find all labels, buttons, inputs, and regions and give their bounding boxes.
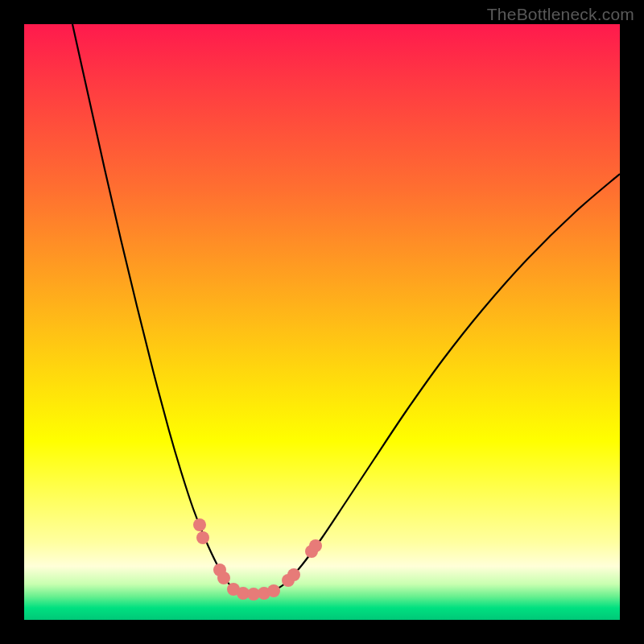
valley-marker xyxy=(287,568,300,581)
valley-marker xyxy=(196,531,209,544)
curve-plot xyxy=(24,24,620,620)
watermark-text: TheBottleneck.com xyxy=(487,5,634,24)
valley-markers xyxy=(193,518,322,601)
valley-marker xyxy=(193,518,206,531)
valley-marker xyxy=(309,539,322,552)
valley-marker xyxy=(267,584,280,597)
plot-area xyxy=(24,24,620,620)
bottleneck-curve xyxy=(72,24,620,594)
valley-marker xyxy=(217,572,230,584)
